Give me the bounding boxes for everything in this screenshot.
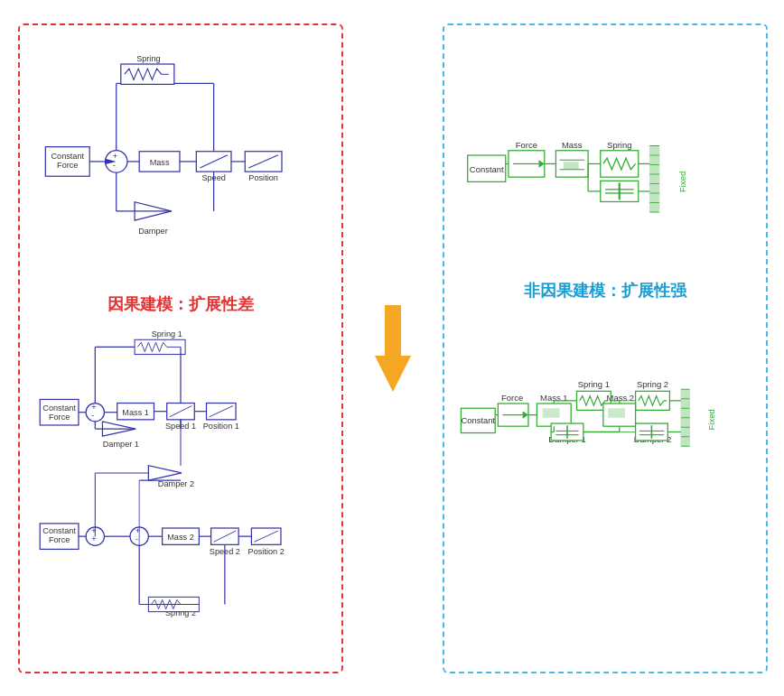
svg-text:Mass: Mass bbox=[562, 139, 583, 149]
svg-text:Damper 1: Damper 1 bbox=[103, 440, 139, 449]
svg-text:Spring 1: Spring 1 bbox=[152, 329, 182, 339]
svg-marker-84 bbox=[148, 465, 182, 479]
svg-text:-: - bbox=[91, 410, 94, 419]
svg-text:Damper: Damper bbox=[138, 227, 168, 236]
arrow-head bbox=[375, 356, 411, 392]
svg-text:Fixed: Fixed bbox=[706, 409, 716, 430]
svg-text:Fixed: Fixed bbox=[677, 171, 687, 191]
arrow-shaft bbox=[385, 305, 401, 359]
right-panel: Constant Force Mass Spring bbox=[443, 23, 768, 673]
svg-text:Spring 2: Spring 2 bbox=[637, 379, 668, 389]
right-label: 非因果建模：扩展性强 bbox=[524, 280, 686, 302]
svg-text:Constant: Constant bbox=[42, 526, 76, 535]
svg-text:Position 2: Position 2 bbox=[248, 546, 285, 555]
svg-text:Mass 2: Mass 2 bbox=[167, 533, 194, 542]
svg-text:-: - bbox=[135, 534, 138, 543]
main-container: Spring Constant Force + - Mass bbox=[0, 0, 784, 696]
svg-text:Constant: Constant bbox=[470, 163, 504, 173]
svg-text:Force: Force bbox=[516, 139, 537, 149]
svg-text:Spring 1: Spring 1 bbox=[578, 379, 610, 389]
svg-rect-136 bbox=[543, 408, 560, 418]
svg-text:Constant: Constant bbox=[42, 403, 76, 412]
right-bottom-diagram: Constant Force Mass 1 Spring 1 Spring 2 bbox=[453, 351, 757, 532]
direction-arrow bbox=[370, 305, 415, 392]
right-top-diagram: Constant Force Mass Spring bbox=[453, 70, 757, 278]
svg-rect-103 bbox=[564, 162, 579, 169]
left-bottom-diagram: Spring 1 Constant Force + - Mass 1 Speed… bbox=[29, 324, 332, 631]
svg-text:Force: Force bbox=[49, 535, 70, 544]
left-panel: Spring Constant Force + - Mass bbox=[18, 23, 343, 673]
svg-text:Force: Force bbox=[49, 412, 70, 421]
left-top-diagram: Spring Constant Force + - Mass bbox=[29, 39, 332, 292]
svg-text:Spring: Spring bbox=[136, 53, 160, 62]
svg-text:Force: Force bbox=[57, 161, 78, 170]
left-label: 因果建模：扩展性差 bbox=[107, 293, 254, 315]
svg-rect-143 bbox=[608, 408, 625, 418]
svg-text:Position: Position bbox=[248, 173, 278, 182]
svg-text:Constant: Constant bbox=[461, 415, 495, 425]
svg-text:Spring: Spring bbox=[607, 139, 631, 149]
svg-rect-111 bbox=[649, 145, 659, 212]
svg-text:Constant: Constant bbox=[51, 151, 84, 160]
svg-text:Mass 1: Mass 1 bbox=[122, 407, 149, 416]
svg-text:Force: Force bbox=[501, 392, 523, 402]
svg-text:Position 1: Position 1 bbox=[203, 422, 239, 431]
svg-text:Damper 2: Damper 2 bbox=[158, 479, 194, 488]
svg-text:+: + bbox=[113, 151, 117, 160]
svg-text:Mass: Mass bbox=[150, 158, 170, 167]
